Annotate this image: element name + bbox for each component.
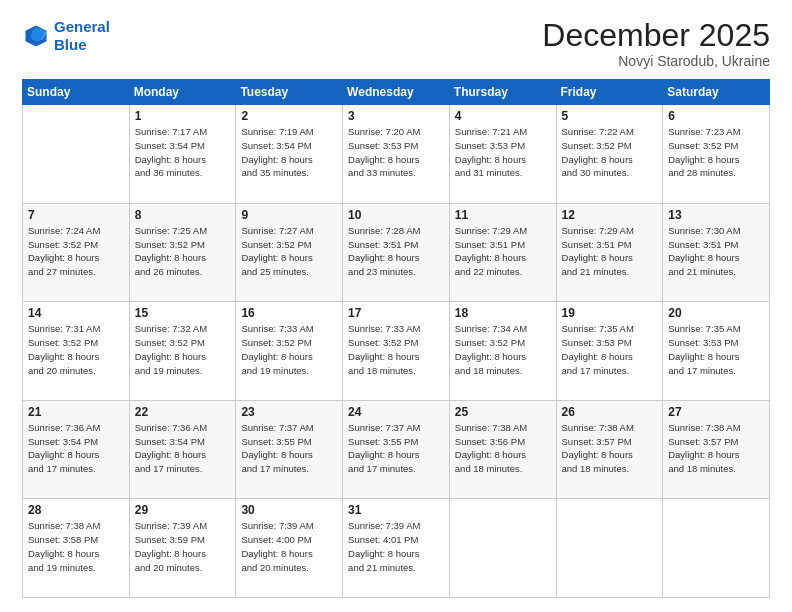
weekday-header-monday: Monday bbox=[129, 80, 236, 105]
calendar-cell: 16Sunrise: 7:33 AM Sunset: 3:52 PM Dayli… bbox=[236, 302, 343, 401]
day-info: Sunrise: 7:37 AM Sunset: 3:55 PM Dayligh… bbox=[348, 421, 444, 476]
day-number: 22 bbox=[135, 405, 231, 419]
page: General Blue December 2025 Novyi Starodu… bbox=[0, 0, 792, 612]
day-info: Sunrise: 7:35 AM Sunset: 3:53 PM Dayligh… bbox=[562, 322, 658, 377]
day-info: Sunrise: 7:29 AM Sunset: 3:51 PM Dayligh… bbox=[455, 224, 551, 279]
day-info: Sunrise: 7:29 AM Sunset: 3:51 PM Dayligh… bbox=[562, 224, 658, 279]
day-number: 20 bbox=[668, 306, 764, 320]
calendar-cell: 4Sunrise: 7:21 AM Sunset: 3:53 PM Daylig… bbox=[449, 105, 556, 204]
calendar-cell: 2Sunrise: 7:19 AM Sunset: 3:54 PM Daylig… bbox=[236, 105, 343, 204]
calendar-cell: 20Sunrise: 7:35 AM Sunset: 3:53 PM Dayli… bbox=[663, 302, 770, 401]
calendar-cell: 8Sunrise: 7:25 AM Sunset: 3:52 PM Daylig… bbox=[129, 203, 236, 302]
day-number: 3 bbox=[348, 109, 444, 123]
day-number: 26 bbox=[562, 405, 658, 419]
day-number: 25 bbox=[455, 405, 551, 419]
day-number: 23 bbox=[241, 405, 337, 419]
header: General Blue December 2025 Novyi Starodu… bbox=[22, 18, 770, 69]
month-title: December 2025 bbox=[542, 18, 770, 53]
calendar-cell: 29Sunrise: 7:39 AM Sunset: 3:59 PM Dayli… bbox=[129, 499, 236, 598]
day-info: Sunrise: 7:34 AM Sunset: 3:52 PM Dayligh… bbox=[455, 322, 551, 377]
calendar-cell: 25Sunrise: 7:38 AM Sunset: 3:56 PM Dayli… bbox=[449, 400, 556, 499]
calendar-cell: 9Sunrise: 7:27 AM Sunset: 3:52 PM Daylig… bbox=[236, 203, 343, 302]
calendar-cell: 6Sunrise: 7:23 AM Sunset: 3:52 PM Daylig… bbox=[663, 105, 770, 204]
day-number: 8 bbox=[135, 208, 231, 222]
day-info: Sunrise: 7:19 AM Sunset: 3:54 PM Dayligh… bbox=[241, 125, 337, 180]
day-number: 31 bbox=[348, 503, 444, 517]
calendar-cell: 28Sunrise: 7:38 AM Sunset: 3:58 PM Dayli… bbox=[23, 499, 130, 598]
calendar-cell: 18Sunrise: 7:34 AM Sunset: 3:52 PM Dayli… bbox=[449, 302, 556, 401]
calendar-table: SundayMondayTuesdayWednesdayThursdayFrid… bbox=[22, 79, 770, 598]
weekday-header-saturday: Saturday bbox=[663, 80, 770, 105]
day-info: Sunrise: 7:38 AM Sunset: 3:57 PM Dayligh… bbox=[668, 421, 764, 476]
week-row-4: 21Sunrise: 7:36 AM Sunset: 3:54 PM Dayli… bbox=[23, 400, 770, 499]
calendar-cell: 17Sunrise: 7:33 AM Sunset: 3:52 PM Dayli… bbox=[343, 302, 450, 401]
day-info: Sunrise: 7:23 AM Sunset: 3:52 PM Dayligh… bbox=[668, 125, 764, 180]
week-row-2: 7Sunrise: 7:24 AM Sunset: 3:52 PM Daylig… bbox=[23, 203, 770, 302]
weekday-header-friday: Friday bbox=[556, 80, 663, 105]
calendar-cell bbox=[663, 499, 770, 598]
day-info: Sunrise: 7:39 AM Sunset: 4:00 PM Dayligh… bbox=[241, 519, 337, 574]
calendar-cell: 14Sunrise: 7:31 AM Sunset: 3:52 PM Dayli… bbox=[23, 302, 130, 401]
weekday-header-sunday: Sunday bbox=[23, 80, 130, 105]
calendar-cell bbox=[23, 105, 130, 204]
day-info: Sunrise: 7:33 AM Sunset: 3:52 PM Dayligh… bbox=[348, 322, 444, 377]
day-info: Sunrise: 7:38 AM Sunset: 3:56 PM Dayligh… bbox=[455, 421, 551, 476]
calendar-cell: 30Sunrise: 7:39 AM Sunset: 4:00 PM Dayli… bbox=[236, 499, 343, 598]
day-number: 24 bbox=[348, 405, 444, 419]
day-info: Sunrise: 7:39 AM Sunset: 3:59 PM Dayligh… bbox=[135, 519, 231, 574]
calendar-cell: 13Sunrise: 7:30 AM Sunset: 3:51 PM Dayli… bbox=[663, 203, 770, 302]
weekday-header-row: SundayMondayTuesdayWednesdayThursdayFrid… bbox=[23, 80, 770, 105]
logo-text: General Blue bbox=[54, 18, 110, 54]
calendar-cell: 12Sunrise: 7:29 AM Sunset: 3:51 PM Dayli… bbox=[556, 203, 663, 302]
day-info: Sunrise: 7:38 AM Sunset: 3:57 PM Dayligh… bbox=[562, 421, 658, 476]
day-number: 28 bbox=[28, 503, 124, 517]
calendar-cell: 10Sunrise: 7:28 AM Sunset: 3:51 PM Dayli… bbox=[343, 203, 450, 302]
day-number: 4 bbox=[455, 109, 551, 123]
day-number: 1 bbox=[135, 109, 231, 123]
calendar-cell: 31Sunrise: 7:39 AM Sunset: 4:01 PM Dayli… bbox=[343, 499, 450, 598]
day-info: Sunrise: 7:21 AM Sunset: 3:53 PM Dayligh… bbox=[455, 125, 551, 180]
calendar-cell: 24Sunrise: 7:37 AM Sunset: 3:55 PM Dayli… bbox=[343, 400, 450, 499]
day-info: Sunrise: 7:36 AM Sunset: 3:54 PM Dayligh… bbox=[28, 421, 124, 476]
day-info: Sunrise: 7:30 AM Sunset: 3:51 PM Dayligh… bbox=[668, 224, 764, 279]
day-number: 15 bbox=[135, 306, 231, 320]
day-number: 12 bbox=[562, 208, 658, 222]
day-number: 29 bbox=[135, 503, 231, 517]
calendar-cell: 3Sunrise: 7:20 AM Sunset: 3:53 PM Daylig… bbox=[343, 105, 450, 204]
calendar-cell: 26Sunrise: 7:38 AM Sunset: 3:57 PM Dayli… bbox=[556, 400, 663, 499]
day-info: Sunrise: 7:27 AM Sunset: 3:52 PM Dayligh… bbox=[241, 224, 337, 279]
calendar-cell: 22Sunrise: 7:36 AM Sunset: 3:54 PM Dayli… bbox=[129, 400, 236, 499]
calendar-cell: 1Sunrise: 7:17 AM Sunset: 3:54 PM Daylig… bbox=[129, 105, 236, 204]
day-number: 11 bbox=[455, 208, 551, 222]
day-info: Sunrise: 7:28 AM Sunset: 3:51 PM Dayligh… bbox=[348, 224, 444, 279]
day-number: 19 bbox=[562, 306, 658, 320]
day-info: Sunrise: 7:31 AM Sunset: 3:52 PM Dayligh… bbox=[28, 322, 124, 377]
day-info: Sunrise: 7:32 AM Sunset: 3:52 PM Dayligh… bbox=[135, 322, 231, 377]
day-info: Sunrise: 7:37 AM Sunset: 3:55 PM Dayligh… bbox=[241, 421, 337, 476]
day-number: 2 bbox=[241, 109, 337, 123]
day-info: Sunrise: 7:39 AM Sunset: 4:01 PM Dayligh… bbox=[348, 519, 444, 574]
week-row-5: 28Sunrise: 7:38 AM Sunset: 3:58 PM Dayli… bbox=[23, 499, 770, 598]
day-info: Sunrise: 7:36 AM Sunset: 3:54 PM Dayligh… bbox=[135, 421, 231, 476]
calendar-cell: 7Sunrise: 7:24 AM Sunset: 3:52 PM Daylig… bbox=[23, 203, 130, 302]
day-info: Sunrise: 7:25 AM Sunset: 3:52 PM Dayligh… bbox=[135, 224, 231, 279]
day-number: 27 bbox=[668, 405, 764, 419]
day-info: Sunrise: 7:17 AM Sunset: 3:54 PM Dayligh… bbox=[135, 125, 231, 180]
calendar-cell: 27Sunrise: 7:38 AM Sunset: 3:57 PM Dayli… bbox=[663, 400, 770, 499]
day-number: 6 bbox=[668, 109, 764, 123]
weekday-header-tuesday: Tuesday bbox=[236, 80, 343, 105]
weekday-header-wednesday: Wednesday bbox=[343, 80, 450, 105]
day-number: 10 bbox=[348, 208, 444, 222]
calendar-cell: 19Sunrise: 7:35 AM Sunset: 3:53 PM Dayli… bbox=[556, 302, 663, 401]
logo-general: General bbox=[54, 18, 110, 35]
day-info: Sunrise: 7:20 AM Sunset: 3:53 PM Dayligh… bbox=[348, 125, 444, 180]
day-number: 30 bbox=[241, 503, 337, 517]
day-number: 17 bbox=[348, 306, 444, 320]
day-info: Sunrise: 7:24 AM Sunset: 3:52 PM Dayligh… bbox=[28, 224, 124, 279]
title-block: December 2025 Novyi Starodub, Ukraine bbox=[542, 18, 770, 69]
day-info: Sunrise: 7:38 AM Sunset: 3:58 PM Dayligh… bbox=[28, 519, 124, 574]
day-number: 16 bbox=[241, 306, 337, 320]
day-number: 5 bbox=[562, 109, 658, 123]
calendar-cell: 21Sunrise: 7:36 AM Sunset: 3:54 PM Dayli… bbox=[23, 400, 130, 499]
day-info: Sunrise: 7:35 AM Sunset: 3:53 PM Dayligh… bbox=[668, 322, 764, 377]
